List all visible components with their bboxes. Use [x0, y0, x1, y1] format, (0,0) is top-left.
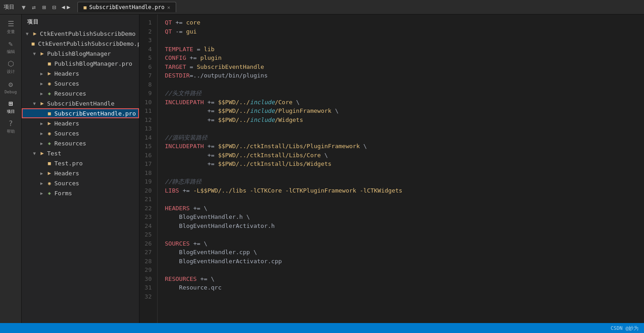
editor-content: 1234 5678 9101112 13141516 17181920 2122… [139, 14, 644, 323]
code-line-5: CONFIG += plugin [165, 53, 637, 63]
folder-icon-publish: ▶ [38, 50, 46, 57]
tree-item-pro1[interactable]: ■ CtkEventPublishSubscribDemo.pro [22, 39, 139, 48]
tree-label-sources1: Sources [54, 80, 79, 87]
sidebar-label-help: 帮助 [7, 129, 15, 135]
split-icon[interactable]: ⊟ [50, 3, 58, 12]
sidebar-label-design: 设计 [7, 69, 15, 75]
sidebar-icon-help[interactable]: ? 帮助 [2, 118, 20, 136]
tab-bar: ■ SubscribEventHandle.pro ✕ [77, 2, 640, 12]
tree-label-pro4: Test.pro [54, 160, 83, 167]
tree-item-res1[interactable]: ▶ ◈ Resources [22, 88, 139, 98]
tab-close-icon[interactable]: ✕ [167, 5, 170, 10]
editor-area: 1234 5678 9101112 13141516 17181920 2122… [139, 14, 644, 323]
pro-icon-1: ■ [29, 41, 37, 47]
tab-label: SubscribEventHandle.pro [89, 4, 164, 10]
folder-icon-test: ▶ [38, 150, 46, 156]
arrow-sources2: ▶ [38, 131, 45, 136]
tree-item-pro4[interactable]: ■ Test.pro [22, 158, 139, 168]
code-line-15: INCLUDEPATH += $$PWD/../ctkInstall/Libs/… [165, 142, 637, 151]
tree-label-pro2: PublishBlogManager.pro [54, 60, 132, 67]
arrow-root: ▼ [24, 31, 31, 36]
tree-item-sources3[interactable]: ▶ ◉ Sources [22, 178, 139, 188]
tree-item-sources1[interactable]: ▶ ◉ Sources [22, 78, 139, 88]
code-line-12: += $$PWD/../include/Widgets [165, 116, 637, 125]
forms-icon: ◈ [45, 190, 53, 196]
tree-item-test[interactable]: ▼ ▶ Test [22, 148, 139, 158]
code-line-28: BlogEventHandlerActivator.cpp [165, 257, 637, 266]
code-line-20: LIBS += -L$$PWD/../libs -lCTKCore -lCTKP… [165, 186, 637, 195]
code-line-1: QT += core [165, 18, 637, 27]
folder-icon-headers2: ▶ [45, 120, 53, 126]
pro-icon-4: ■ [45, 160, 53, 166]
tree-item-headers3[interactable]: ▶ ▶ Headers [22, 168, 139, 178]
tree-item-res2[interactable]: ▶ ◈ Resources [22, 138, 139, 148]
tab-pro-icon: ■ [83, 5, 87, 10]
tree-item-headers1[interactable]: ▶ ▶ Headers [22, 68, 139, 78]
code-line-16: += $$PWD/../ctkInstall/Libs/Core \ [165, 151, 637, 160]
sync-icon[interactable]: ⇄ [30, 3, 37, 12]
res-icon-1: ◈ [45, 91, 53, 97]
arrow-res2: ▶ [38, 141, 45, 146]
sidebar-icon-file[interactable]: ☰ 变量 [2, 18, 20, 36]
tree-item-forms[interactable]: ▶ ◈ Forms [22, 188, 139, 198]
filter-icon[interactable]: ▼ [20, 3, 27, 12]
arrow-headers3: ▶ [38, 171, 45, 176]
tree-label-sources3: Sources [54, 180, 79, 187]
tree-item-sources2[interactable]: ▶ ◉ Sources [22, 128, 139, 138]
sidebar-label-project: 项目 [7, 109, 15, 115]
file-icon: ☰ [8, 19, 14, 28]
code-line-3 [165, 36, 637, 45]
tree-item-pro2[interactable]: ■ PublishBlogManager.pro [22, 58, 139, 68]
sidebar-icon-project[interactable]: ⊞ 项目 [2, 98, 20, 116]
tree-label-headers3: Headers [54, 170, 79, 177]
code-line-6: TARGET = SubscribEventHandle [165, 63, 637, 72]
sources-icon-3: ◉ [45, 180, 53, 186]
code-line-10: INCLUDEPATH += $$PWD/../include/Core \ [165, 98, 637, 107]
code-line-9: //头文件路径 [165, 89, 637, 98]
project-icon: ⊞ [9, 99, 13, 108]
code-line-14: //源码安装路径 [165, 133, 637, 142]
tree-item-headers2[interactable]: ▶ ▶ Headers [22, 118, 139, 128]
folder-icon-headers3: ▶ [45, 170, 53, 176]
tree-label-subscrib: SubscribEventHandle [47, 100, 115, 107]
sidebar-label-edit: 编辑 [7, 49, 15, 55]
code-line-29 [165, 265, 637, 275]
res-icon-2: ◈ [45, 140, 53, 146]
code-line-13 [165, 124, 637, 133]
tree-item-pro3[interactable]: ■ SubscribEventHandle.pro [22, 108, 139, 118]
tree-label-root: CtkEventPublishSubscribDemo [40, 30, 135, 37]
main-layout: ☰ 变量 ✎ 编辑 ⬡ 设计 ⚙ Debug ⊞ 项目 ? 帮助 项目 ▼ [0, 14, 644, 323]
sidebar-icon-debug[interactable]: ⚙ Debug [2, 78, 20, 96]
tree-item-root[interactable]: ▼ ▶ CtkEventPublishSubscribDemo [22, 29, 139, 39]
arrow-headers2: ▶ [38, 121, 45, 126]
code-line-24: BlogEventHandlerActivator.h [165, 222, 637, 231]
tree-label-pro3: SubscribEventHandle.pro [54, 110, 136, 117]
toolbar-nav: ◀ ▶ [62, 4, 71, 10]
sidebar-icon-edit[interactable]: ✎ 编辑 [2, 38, 20, 56]
arrow-sources3: ▶ [38, 181, 45, 186]
pro-icon-3: ■ [45, 111, 53, 116]
code-line-23: BlogEventHandler.h \ [165, 212, 637, 222]
arrow-res1: ▶ [38, 91, 45, 96]
code-line-18 [165, 169, 637, 178]
line-numbers: 1234 5678 9101112 13141516 17181920 2122… [139, 14, 158, 323]
code-line-7: DESTDIR=../output/bin/plugins [165, 71, 637, 80]
nav-fwd-icon[interactable]: ▶ [67, 4, 71, 10]
folder-icon-root: ▶ [31, 30, 39, 37]
tree-item-publish[interactable]: ▼ ▶ PublishBlogManager [22, 48, 139, 58]
code-line-2: QT -= gui [165, 27, 637, 36]
code-line-8 [165, 80, 637, 89]
code-line-22: HEADERS += \ [165, 204, 637, 213]
sidebar-icon-design[interactable]: ⬡ 设计 [2, 58, 20, 76]
watermark: CSDN @妙为 [610, 325, 639, 332]
layout-icon[interactable]: ⊞ [40, 3, 48, 12]
file-tree: 项目 ▼ ▶ CtkEventPublishSubscribDemo ■ Ctk… [22, 14, 139, 323]
tree-item-subscrib[interactable]: ▼ ▶ SubscribEventHandle [22, 98, 139, 108]
nav-back-icon[interactable]: ◀ [62, 4, 65, 10]
arrow-headers1: ▶ [38, 71, 45, 76]
code-editor[interactable]: QT += core QT -= gui TEMPLATE = lib CONF… [158, 14, 644, 323]
sources-icon-2: ◉ [45, 130, 53, 136]
code-line-4: TEMPLATE = lib [165, 45, 637, 54]
active-tab[interactable]: ■ SubscribEventHandle.pro ✕ [77, 2, 176, 12]
edit-icon: ✎ [9, 39, 13, 48]
